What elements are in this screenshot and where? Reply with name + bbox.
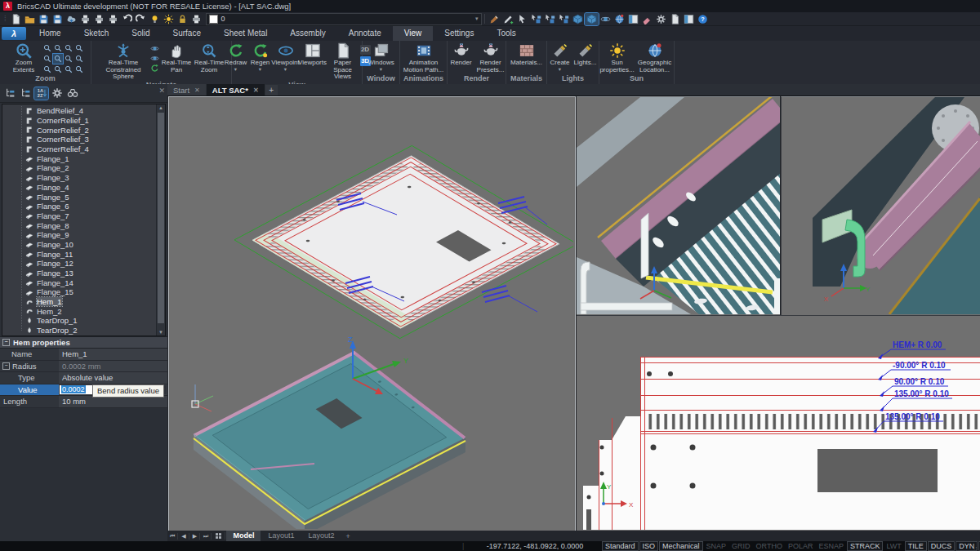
- tree-item-cornerrelief-3[interactable]: CornerRelief_3: [2, 135, 156, 144]
- document-tab-start[interactable]: Start✕: [167, 84, 206, 96]
- realtime-pan-button[interactable]: Real-Time Pan: [161, 42, 192, 73]
- ribbon-tab-solid[interactable]: Solid: [120, 26, 161, 41]
- viewpoint-button[interactable]: Viewpoint ▾: [273, 42, 299, 71]
- ribbon-tab-surface[interactable]: Surface: [162, 26, 212, 41]
- selection-set-icon[interactable]: [529, 13, 543, 25]
- tree-scrollbar[interactable]: ▲ ▼: [156, 104, 165, 335]
- new-document-button[interactable]: +: [265, 85, 278, 96]
- create-light-button[interactable]: Create ▾: [549, 42, 572, 71]
- zoom-window-icon[interactable]: [64, 43, 74, 53]
- close-icon[interactable]: ✕: [194, 87, 200, 94]
- next-layout-icon[interactable]: ▶: [190, 533, 200, 540]
- animation-motion-path-button[interactable]: Animation Motion Path...: [403, 42, 445, 73]
- constrained-sphere-button[interactable]: Real-Time Constrained Sphere: [98, 42, 149, 81]
- lights-button[interactable]: Lights...: [573, 42, 598, 67]
- save-as-icon[interactable]: [51, 13, 65, 25]
- layout-list-icon[interactable]: [212, 532, 225, 540]
- find-binoculars-icon[interactable]: [65, 87, 79, 100]
- zoom-dynamic-icon[interactable]: [42, 54, 52, 64]
- tree-item-hem-1[interactable]: Hem_1: [2, 297, 156, 307]
- undo-icon[interactable]: [120, 13, 134, 25]
- properties-header[interactable]: − Hem properties: [0, 336, 167, 349]
- tree-item-flange-1[interactable]: Flange_1: [2, 153, 156, 163]
- sort-alphabetic-icon[interactable]: [34, 87, 48, 100]
- save-icon[interactable]: [37, 13, 51, 25]
- tree-item-flange-3[interactable]: Flange_3: [2, 173, 156, 183]
- sun-properties-button[interactable]: Sun properties...: [600, 42, 635, 73]
- plot-icon[interactable]: [78, 13, 92, 25]
- layout-tab-model[interactable]: Model: [226, 531, 261, 541]
- status-toggle-esnap[interactable]: ESNAP: [816, 542, 846, 550]
- tree-item-teardrop-1[interactable]: TearDrop_1: [2, 316, 156, 326]
- zoom-in-icon[interactable]: [42, 43, 52, 53]
- tree-item-bendrelief-4[interactable]: BendRelief_4: [2, 106, 156, 116]
- ribbon-tab-tools[interactable]: Tools: [485, 26, 527, 41]
- regen-button[interactable]: Regen ▾: [249, 42, 272, 71]
- status-toggle-mechanical[interactable]: Mechanical: [659, 541, 703, 551]
- tree-item-flange-11[interactable]: Flange_11: [2, 249, 156, 259]
- zoom-left-icon[interactable]: [64, 64, 74, 74]
- scroll-down-icon[interactable]: ▼: [157, 330, 165, 335]
- zoom-limits-icon[interactable]: [74, 64, 84, 74]
- plot-add-icon[interactable]: [92, 13, 106, 25]
- tree-item-flange-14[interactable]: Flange_14: [2, 278, 156, 287]
- viewport-flat-pattern[interactable]: HEM+ R 0.00 -90.00° R 0.10 90.00° R 0.10…: [577, 315, 980, 531]
- ribbon-tab-sketch[interactable]: Sketch: [73, 26, 121, 41]
- viewport-detail-1[interactable]: [577, 96, 780, 315]
- resize-grip-icon[interactable]: ⣠: [973, 543, 978, 550]
- ribbon-tab-view[interactable]: View: [393, 26, 434, 41]
- tree-expand-icon[interactable]: [19, 87, 33, 100]
- tree-item-flange-12[interactable]: Flange_12: [2, 259, 156, 269]
- zoom-center-icon[interactable]: [74, 54, 84, 64]
- prev-layout-icon[interactable]: ◀: [179, 533, 189, 540]
- last-layout-icon[interactable]: ⏭: [201, 533, 212, 540]
- shade-wireframe-icon[interactable]: [571, 13, 585, 25]
- redraw-button[interactable]: Redraw ▾: [224, 42, 248, 71]
- shade-solid-icon[interactable]: [585, 13, 599, 25]
- tree-item-cornerrelief-1[interactable]: CornerRelief_1: [2, 116, 156, 126]
- layer-dropdown[interactable]: 0 ▾: [206, 13, 482, 25]
- panel-window-icon[interactable]: [626, 13, 640, 25]
- zoom-out-icon[interactable]: [53, 43, 63, 53]
- pencil-add-icon[interactable]: [501, 13, 515, 25]
- collapse-icon[interactable]: −: [2, 362, 10, 370]
- tree-item-flange-4[interactable]: Flange_4: [2, 183, 156, 193]
- print-setup-icon[interactable]: [189, 13, 203, 25]
- tree-item-hem-2[interactable]: Hem_2: [2, 306, 156, 316]
- shade-globe-icon[interactable]: [612, 13, 626, 25]
- sheet-edit-icon[interactable]: [668, 13, 682, 25]
- eraser-icon[interactable]: [640, 13, 654, 25]
- zoom-all-icon[interactable]: [53, 64, 63, 74]
- viewport-main[interactable]: Y Z: [168, 96, 576, 531]
- tree-item-flange-7[interactable]: Flange_7: [2, 211, 156, 221]
- tree-item-flange-10[interactable]: Flange_10: [2, 240, 156, 250]
- selection-group-icon[interactable]: [557, 13, 571, 25]
- orbit-icon[interactable]: [150, 44, 159, 53]
- panel-close-icon[interactable]: ✕: [158, 87, 165, 95]
- realtime-zoom-button[interactable]: Real-Time Zoom: [194, 42, 225, 73]
- document-tab-alt-sac[interactable]: ALT SAC*✕: [207, 84, 265, 96]
- tree-collapse-icon[interactable]: [3, 87, 17, 100]
- tree-item-flange-5[interactable]: Flange_5: [2, 192, 156, 202]
- tree-item-flange-15[interactable]: Flange_15: [2, 287, 156, 297]
- render-button[interactable]: Render: [448, 42, 474, 67]
- application-menu-button[interactable]: λ: [2, 27, 26, 40]
- status-toggle-strack[interactable]: STRACK: [847, 541, 884, 551]
- light-bulb-icon[interactable]: [148, 13, 162, 25]
- materials-button[interactable]: Materials...: [509, 42, 545, 67]
- zoom-realtime-icon[interactable]: [53, 54, 63, 64]
- toolbar-grip-icon[interactable]: ⁞: [4, 15, 7, 23]
- viewports-button[interactable]: Viewports: [300, 42, 326, 67]
- lock-icon[interactable]: [176, 13, 189, 25]
- status-toggle-tile[interactable]: TILE: [905, 541, 927, 551]
- zoom-scale-icon[interactable]: [64, 54, 74, 64]
- status-toggle-grid[interactable]: GRID: [729, 542, 753, 550]
- status-toggle-standard[interactable]: Standard: [602, 541, 639, 551]
- collapse-icon[interactable]: −: [2, 339, 10, 346]
- ribbon-tab-home[interactable]: Home: [28, 26, 73, 41]
- viewport-detail-2[interactable]: Y X: [781, 96, 980, 315]
- first-layout-icon[interactable]: ⏮: [167, 533, 178, 540]
- tree-item-teardrop-2[interactable]: TearDrop_2: [2, 326, 156, 335]
- scrollbar-thumb[interactable]: [158, 113, 164, 323]
- new-file-icon[interactable]: [9, 13, 23, 25]
